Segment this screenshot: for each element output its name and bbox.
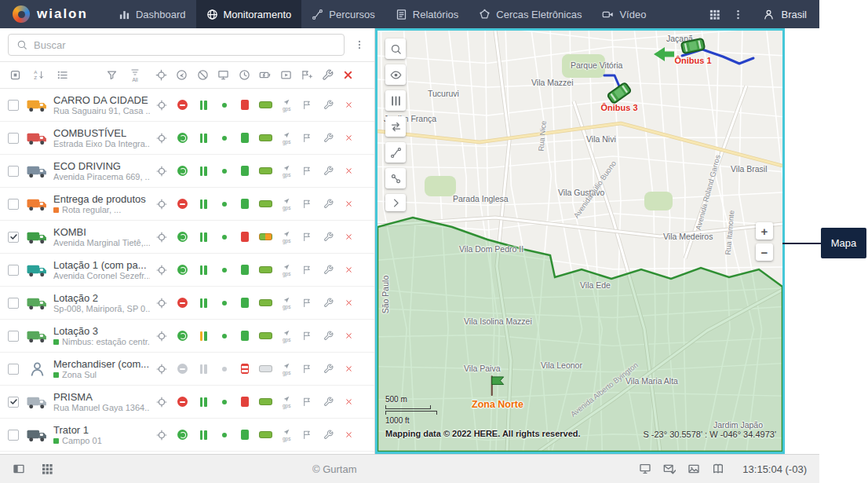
unit-settings-wrench-icon[interactable] bbox=[323, 265, 334, 275]
nav-item-percursos[interactable]: Percursos bbox=[301, 0, 385, 28]
locate-unit-icon[interactable] bbox=[156, 265, 167, 276]
unit-flag-icon[interactable] bbox=[302, 397, 312, 407]
map-search-button[interactable] bbox=[385, 38, 406, 59]
unit-remove-icon[interactable] bbox=[345, 397, 353, 406]
unit-row[interactable]: Merchandiser (com... Zona Sul gps bbox=[0, 353, 374, 386]
user-menu[interactable]: Brasil bbox=[750, 9, 807, 20]
unit-flag-icon[interactable] bbox=[302, 298, 312, 308]
unit-flag-icon[interactable] bbox=[302, 100, 312, 110]
search-input[interactable] bbox=[34, 39, 336, 51]
unit-settings-wrench-icon[interactable] bbox=[323, 232, 334, 242]
map-swap-button[interactable] bbox=[385, 116, 406, 137]
unit-checkbox[interactable] bbox=[8, 232, 19, 243]
unit-row[interactable]: PRISMA Rua Manuel Gaya 1364... gps bbox=[0, 386, 374, 419]
unit-checkbox[interactable] bbox=[8, 364, 19, 375]
geofence-marker-zona-norte[interactable]: Zona Norte bbox=[464, 375, 531, 410]
nav-item-relatorios[interactable]: Relatórios bbox=[385, 0, 469, 28]
unit-checkbox[interactable] bbox=[8, 397, 19, 408]
unit-marker-onibus-3[interactable]: Ônibus 3 bbox=[599, 86, 640, 112]
map-tools-expand-button[interactable] bbox=[385, 194, 406, 211]
unit-settings-wrench-icon[interactable] bbox=[323, 331, 334, 341]
apps-grid-icon[interactable] bbox=[41, 463, 53, 475]
unit-remove-icon[interactable] bbox=[345, 134, 353, 142]
image-icon[interactable] bbox=[687, 463, 700, 475]
nav-item-dashboard[interactable]: Dashboard bbox=[108, 0, 196, 28]
unit-row[interactable]: Trator 1 Campo 01 gps bbox=[0, 419, 374, 452]
unit-row[interactable]: Entrega de produtos Rota regular, ... gp… bbox=[0, 188, 374, 221]
unit-flag-icon[interactable] bbox=[302, 331, 312, 341]
locate-unit-icon[interactable] bbox=[156, 364, 167, 375]
col-locate-icon[interactable] bbox=[155, 69, 167, 81]
locate-unit-icon[interactable] bbox=[156, 199, 167, 210]
nav-item-cercas-eletronicas[interactable]: Cercas Eletrônicas bbox=[469, 0, 592, 28]
col-monitor-icon[interactable] bbox=[217, 69, 229, 81]
unit-remove-icon[interactable] bbox=[345, 265, 353, 274]
unit-row[interactable]: KOMBI Avenida Marginal Tietê,... gps bbox=[0, 221, 374, 254]
unit-row[interactable]: CARRO DA CIDADE Rua Saguairu 91, Casa ..… bbox=[0, 89, 374, 122]
unit-settings-wrench-icon[interactable] bbox=[323, 100, 334, 110]
map-measure-button[interactable] bbox=[385, 168, 406, 188]
unit-flag-icon[interactable] bbox=[302, 232, 312, 242]
locate-unit-icon[interactable] bbox=[156, 166, 167, 177]
unit-marker-onibus-1[interactable]: Ônibus 1 bbox=[669, 38, 717, 65]
unit-flag-icon[interactable] bbox=[302, 364, 312, 374]
unit-flag-icon[interactable] bbox=[302, 265, 312, 275]
col-clock-icon[interactable] bbox=[239, 69, 250, 81]
unit-remove-icon[interactable] bbox=[345, 298, 353, 307]
col-flag-add-icon[interactable] bbox=[301, 69, 312, 81]
unit-remove-icon[interactable] bbox=[345, 364, 353, 373]
search-options-button[interactable] bbox=[352, 39, 367, 50]
map-routing-button[interactable] bbox=[385, 142, 406, 163]
unit-flag-icon[interactable] bbox=[302, 199, 312, 209]
col-follow-icon[interactable] bbox=[176, 69, 188, 81]
unit-flag-icon[interactable] bbox=[302, 133, 312, 143]
unit-remove-icon[interactable] bbox=[345, 331, 353, 340]
filter-all-button[interactable]: All bbox=[129, 68, 140, 83]
unit-settings-wrench-icon[interactable] bbox=[323, 133, 334, 143]
unit-row[interactable]: Lotação 1 (com pa... Avenida Coronel Sez… bbox=[0, 254, 374, 287]
unit-checkbox[interactable] bbox=[8, 430, 19, 441]
map-layers-button[interactable] bbox=[385, 90, 406, 111]
locate-unit-icon[interactable] bbox=[156, 298, 167, 309]
unit-settings-wrench-icon[interactable] bbox=[323, 430, 334, 440]
zoom-out-button[interactable]: − bbox=[756, 243, 773, 261]
unit-settings-wrench-icon[interactable] bbox=[323, 364, 334, 374]
unit-checkbox[interactable] bbox=[8, 166, 19, 177]
wialon-logo[interactable]: wialon bbox=[0, 5, 100, 23]
monitor-icon[interactable] bbox=[639, 463, 651, 475]
unit-checkbox[interactable] bbox=[8, 199, 19, 210]
unit-checkbox[interactable] bbox=[8, 100, 19, 111]
unit-row[interactable]: Lotação 2 Sp-008, Mairiporã, SP 0... gps bbox=[0, 287, 374, 320]
locate-unit-icon[interactable] bbox=[156, 430, 167, 441]
unit-checkbox[interactable] bbox=[8, 298, 19, 309]
locate-unit-icon[interactable] bbox=[156, 133, 167, 144]
unit-remove-icon[interactable] bbox=[345, 199, 353, 208]
zoom-in-button[interactable]: + bbox=[756, 222, 773, 240]
mail-check-icon[interactable] bbox=[663, 463, 676, 475]
unit-flag-icon[interactable] bbox=[302, 166, 312, 176]
unit-checkbox[interactable] bbox=[8, 133, 19, 144]
nav-item-monitoramento[interactable]: Monitoramento bbox=[196, 0, 302, 28]
unit-remove-icon[interactable] bbox=[345, 101, 353, 109]
locate-unit-icon[interactable] bbox=[156, 232, 167, 243]
unit-checkbox[interactable] bbox=[8, 265, 19, 276]
unit-remove-icon[interactable] bbox=[345, 166, 353, 175]
unit-checkbox[interactable] bbox=[8, 331, 19, 342]
locate-unit-icon[interactable] bbox=[156, 397, 167, 408]
panel-toggle-icon[interactable] bbox=[13, 463, 25, 475]
map-visibility-button[interactable] bbox=[385, 64, 406, 85]
col-video-icon[interactable] bbox=[280, 69, 292, 81]
map[interactable]: JaçanãParque VitóriaVila MazzeiTucuruviJ… bbox=[375, 28, 785, 454]
sort-az-icon[interactable] bbox=[33, 69, 45, 81]
locate-unit-icon[interactable] bbox=[156, 100, 167, 111]
unit-settings-wrench-icon[interactable] bbox=[323, 298, 334, 308]
unit-flag-icon[interactable] bbox=[302, 430, 312, 440]
filter-icon[interactable] bbox=[106, 69, 118, 81]
nav-item-video[interactable]: Vídeo bbox=[592, 0, 656, 28]
unit-settings-wrench-icon[interactable] bbox=[323, 166, 334, 176]
select-mode-icon[interactable] bbox=[9, 69, 21, 81]
unit-row[interactable]: COMBUSTÍVEL Estrada Eixo Da Integra... g… bbox=[0, 122, 374, 155]
unit-remove-icon[interactable] bbox=[345, 232, 353, 241]
list-view-icon[interactable] bbox=[57, 69, 68, 81]
unit-settings-wrench-icon[interactable] bbox=[323, 397, 334, 407]
